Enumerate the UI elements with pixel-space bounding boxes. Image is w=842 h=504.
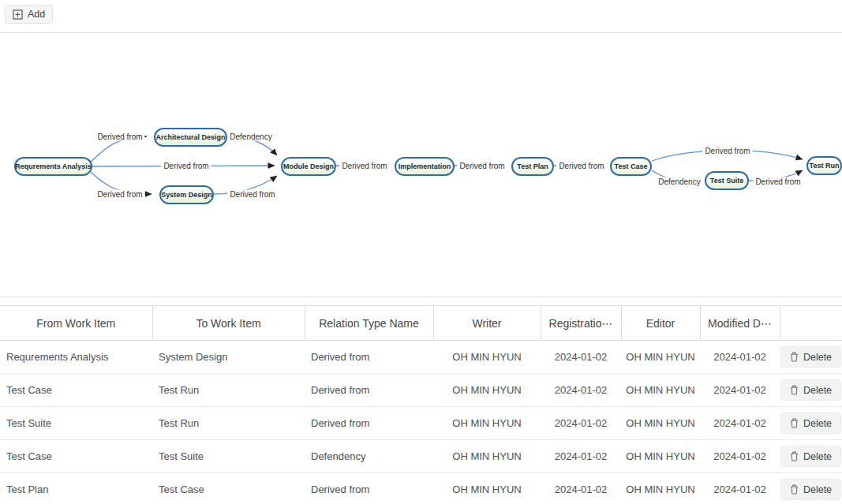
diagram-node-system-design[interactable]: System Design bbox=[159, 185, 214, 204]
cell-from: Test Case bbox=[0, 374, 152, 407]
cell-editor: OH MIN HYUN bbox=[621, 341, 700, 374]
edge-label-derived-from: Derived from bbox=[457, 162, 507, 170]
diagram-node-module-design[interactable]: Module Design bbox=[281, 157, 336, 176]
edge-label-defendency: Defendency bbox=[227, 133, 274, 141]
cell-writer: OH MIN HYUN bbox=[433, 473, 541, 504]
edge-label-derived-from: Derived from bbox=[702, 147, 752, 155]
delete-button[interactable]: Delete bbox=[780, 346, 841, 368]
col-header-to-work-item: To Work Item bbox=[152, 306, 305, 341]
edge-label-derived-from: Derived from bbox=[161, 162, 211, 170]
edge-label-derived-from: Derived from bbox=[753, 177, 803, 186]
delete-button[interactable]: Delete bbox=[780, 379, 841, 401]
diagram-node-requirements-analysis[interactable]: Requrements Analysis bbox=[14, 157, 92, 176]
cell-modified-date: 2024-01-02 bbox=[700, 473, 780, 504]
cell-relation: Derived from bbox=[305, 473, 433, 504]
col-header-actions bbox=[780, 306, 842, 341]
trash-icon bbox=[790, 451, 799, 461]
cell-editor: OH MIN HYUN bbox=[621, 374, 700, 407]
add-icon bbox=[13, 9, 23, 20]
col-header-editor: Editor bbox=[621, 306, 700, 341]
diagram-node-implementation[interactable]: Implementation bbox=[395, 157, 455, 176]
cell-registration-date: 2024-01-02 bbox=[541, 440, 621, 473]
cell-modified-date: 2024-01-02 bbox=[700, 440, 780, 473]
toolbar: Add bbox=[0, 0, 842, 33]
edge-label-defendency: Defendency bbox=[656, 177, 702, 186]
cell-to: Test Suite bbox=[152, 440, 305, 473]
delete-button-label: Delete bbox=[803, 385, 832, 396]
diagram-node-test-suite[interactable]: Test Suite bbox=[705, 171, 749, 190]
cell-editor: OH MIN HYUN bbox=[621, 407, 700, 440]
delete-button-label: Delete bbox=[803, 451, 832, 462]
edge-label-derived-from: Derived from bbox=[227, 190, 277, 199]
cell-modified-date: 2024-01-02 bbox=[700, 374, 780, 407]
diagram-node-test-run[interactable]: Test Run bbox=[806, 156, 842, 175]
cell-actions: Delete bbox=[780, 374, 842, 407]
edge-label-derived-from: Derived from bbox=[95, 190, 144, 199]
cell-modified-date: 2024-01-02 bbox=[700, 407, 780, 440]
cell-relation: Defendency bbox=[305, 440, 433, 473]
col-header-writer: Writer bbox=[433, 306, 541, 341]
trash-icon bbox=[790, 484, 799, 495]
col-header-from-work-item: From Work Item bbox=[0, 306, 152, 341]
trash-icon bbox=[790, 418, 799, 428]
cell-registration-date: 2024-01-02 bbox=[541, 341, 621, 374]
cell-from: Test Suite bbox=[0, 407, 152, 440]
col-header-modified-date: Modified D⋯ bbox=[700, 306, 780, 341]
table-row: Test Plan Test Case Derived from OH MIN … bbox=[0, 473, 842, 504]
cell-from: Test Plan bbox=[0, 473, 152, 504]
delete-button-label: Delete bbox=[803, 352, 832, 363]
cell-writer: OH MIN HYUN bbox=[433, 341, 541, 374]
delete-button[interactable]: Delete bbox=[780, 446, 841, 467]
add-button[interactable]: Add bbox=[5, 5, 53, 24]
cell-editor: OH MIN HYUN bbox=[621, 473, 700, 504]
cell-relation: Derived from bbox=[305, 374, 433, 407]
cell-relation: Derived from bbox=[305, 341, 433, 374]
cell-writer: OH MIN HYUN bbox=[433, 440, 541, 473]
table-header-row: From Work Item To Work Item Relation Typ… bbox=[0, 306, 842, 341]
table-row: Test Case Test Run Derived from OH MIN H… bbox=[0, 374, 842, 407]
delete-button[interactable]: Delete bbox=[780, 479, 841, 500]
col-header-relation-type-name: Relation Type Name bbox=[305, 306, 433, 341]
cell-writer: OH MIN HYUN bbox=[433, 374, 541, 407]
cell-modified-date: 2024-01-02 bbox=[700, 341, 780, 374]
trash-icon bbox=[790, 352, 799, 362]
cell-from: Test Case bbox=[0, 440, 152, 473]
cell-to: Test Case bbox=[152, 473, 305, 504]
cell-registration-date: 2024-01-02 bbox=[541, 374, 621, 407]
cell-to: System Design bbox=[152, 341, 305, 374]
cell-registration-date: 2024-01-02 bbox=[541, 473, 621, 504]
cell-actions: Delete bbox=[780, 473, 842, 504]
diagram-node-test-plan[interactable]: Test Plan bbox=[511, 157, 554, 176]
edge-label-derived-from: Derived from bbox=[339, 162, 389, 170]
diagram-node-architectural-design[interactable]: Architectural Design bbox=[154, 128, 227, 147]
edge-label-derived-from: Derived from bbox=[95, 133, 144, 141]
relations-table: From Work Item To Work Item Relation Typ… bbox=[0, 305, 842, 504]
cell-editor: OH MIN HYUN bbox=[621, 440, 700, 473]
cell-to: Test Run bbox=[152, 407, 305, 440]
cell-writer: OH MIN HYUN bbox=[433, 407, 541, 440]
trash-icon bbox=[790, 385, 799, 395]
delete-button[interactable]: Delete bbox=[780, 413, 841, 434]
cell-to: Test Run bbox=[152, 374, 305, 407]
table-row: Test Case Test Suite Defendency OH MIN H… bbox=[0, 440, 842, 473]
delete-button-label: Delete bbox=[803, 484, 832, 495]
edge-label-derived-from: Derived from bbox=[556, 162, 606, 170]
add-button-label: Add bbox=[28, 9, 45, 20]
cell-from: Requrements Analysis bbox=[0, 341, 152, 374]
table-row: Requrements Analysis System Design Deriv… bbox=[0, 341, 842, 374]
cell-actions: Delete bbox=[780, 407, 842, 440]
cell-actions: Delete bbox=[780, 341, 842, 374]
col-header-registration-date: Registratio⋯ bbox=[541, 306, 621, 341]
cell-relation: Derived from bbox=[305, 407, 433, 440]
diagram-node-test-case[interactable]: Test Case bbox=[610, 157, 652, 176]
relation-diagram: Requrements Analysis Architectural Desig… bbox=[0, 33, 842, 297]
delete-button-label: Delete bbox=[803, 418, 832, 429]
cell-registration-date: 2024-01-02 bbox=[541, 407, 621, 440]
table-row: Test Suite Test Run Derived from OH MIN … bbox=[0, 407, 842, 440]
cell-actions: Delete bbox=[780, 440, 842, 473]
